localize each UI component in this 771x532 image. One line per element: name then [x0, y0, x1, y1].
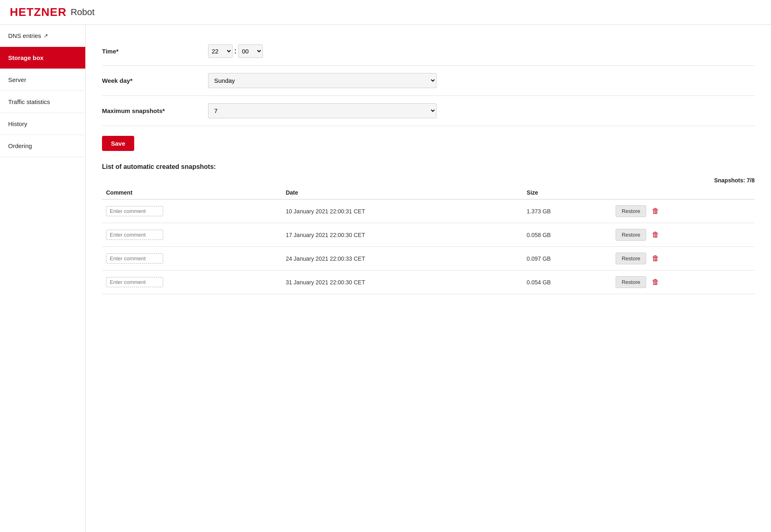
- size-cell: 0.054 GB: [523, 270, 611, 294]
- weekday-row: Week day* Sunday Monday Tuesday Wednesda…: [102, 66, 755, 96]
- max-snapshots-label: Maximum snapshots*: [102, 107, 208, 114]
- comment-input[interactable]: [106, 230, 163, 240]
- comment-input[interactable]: [106, 277, 163, 287]
- date-cell: 31 January 2021 22:00:30 CET: [281, 270, 523, 294]
- table-row: 31 January 2021 22:00:30 CET0.054 GBRest…: [102, 270, 755, 294]
- save-button[interactable]: Save: [102, 136, 134, 151]
- restore-button[interactable]: Restore: [616, 229, 647, 241]
- sidebar-item-ordering[interactable]: Ordering: [0, 135, 85, 157]
- time-hour-select[interactable]: 22: [208, 44, 233, 58]
- sidebar-item-label: History: [8, 120, 27, 127]
- delete-icon[interactable]: 🗑: [652, 207, 659, 215]
- sidebar-item-label: Storage box: [8, 54, 44, 61]
- delete-icon[interactable]: 🗑: [652, 231, 659, 239]
- actions-cell: Restore🗑: [611, 247, 755, 270]
- restore-button[interactable]: Restore: [616, 276, 647, 288]
- comment-input[interactable]: [106, 206, 163, 216]
- sidebar: DNS entries ↗ Storage box Server Traffic…: [0, 25, 86, 532]
- restore-button[interactable]: Restore: [616, 253, 647, 264]
- restore-button[interactable]: Restore: [616, 205, 647, 217]
- size-cell: 0.058 GB: [523, 223, 611, 247]
- comment-cell: [102, 200, 281, 223]
- time-row: Time* 22 : 00: [102, 37, 755, 66]
- col-actions: [611, 186, 755, 200]
- sidebar-item-label: Ordering: [8, 142, 32, 149]
- max-snapshots-select[interactable]: 7 1 2 3 4 5 6 8 9 10: [208, 103, 436, 118]
- table-row: 10 January 2021 22:00:31 CET1.373 GBRest…: [102, 200, 755, 223]
- snapshots-count: Snapshots: 7/8: [102, 177, 755, 184]
- size-cell: 1.373 GB: [523, 200, 611, 223]
- sidebar-item-server[interactable]: Server: [0, 69, 85, 91]
- logo-hetzner: HETZNER: [10, 6, 66, 19]
- sidebar-item-label: Server: [8, 76, 26, 83]
- weekday-label: Week day*: [102, 77, 208, 84]
- sidebar-item-dns-entries[interactable]: DNS entries ↗: [0, 25, 85, 47]
- time-select-group: 22 : 00: [208, 44, 263, 58]
- date-cell: 24 January 2021 22:00:33 CET: [281, 247, 523, 270]
- col-size: Size: [523, 186, 611, 200]
- comment-cell: [102, 223, 281, 247]
- time-colon: :: [234, 47, 237, 55]
- time-minute-select[interactable]: 00: [238, 44, 263, 58]
- delete-icon[interactable]: 🗑: [652, 254, 659, 263]
- logo-robot: Robot: [71, 7, 95, 18]
- col-date: Date: [281, 186, 523, 200]
- table-row: 17 January 2021 22:00:30 CET0.058 GBRest…: [102, 223, 755, 247]
- size-cell: 0.097 GB: [523, 247, 611, 270]
- header: HETZNER Robot: [0, 0, 771, 25]
- external-link-icon: ↗: [44, 33, 48, 39]
- snapshots-table: Comment Date Size 10 January 2021 22:00:…: [102, 186, 755, 294]
- date-cell: 10 January 2021 22:00:31 CET: [281, 200, 523, 223]
- snapshots-heading: List of automatic created snapshots:: [102, 163, 755, 171]
- sidebar-item-history[interactable]: History: [0, 113, 85, 135]
- comment-cell: [102, 247, 281, 270]
- sidebar-item-label: DNS entries: [8, 32, 41, 39]
- comment-input[interactable]: [106, 253, 163, 264]
- actions-cell: Restore🗑: [611, 223, 755, 247]
- page-layout: DNS entries ↗ Storage box Server Traffic…: [0, 25, 771, 532]
- date-cell: 17 January 2021 22:00:30 CET: [281, 223, 523, 247]
- col-comment: Comment: [102, 186, 281, 200]
- max-snapshots-row: Maximum snapshots* 7 1 2 3 4 5 6 8 9 10: [102, 96, 755, 126]
- weekday-select[interactable]: Sunday Monday Tuesday Wednesday Thursday…: [208, 73, 436, 88]
- sidebar-item-traffic-statistics[interactable]: Traffic statistics: [0, 91, 85, 113]
- delete-icon[interactable]: 🗑: [652, 278, 659, 286]
- time-label: Time*: [102, 48, 208, 55]
- actions-cell: Restore🗑: [611, 270, 755, 294]
- actions-cell: Restore🗑: [611, 200, 755, 223]
- sidebar-item-label: Traffic statistics: [8, 98, 50, 105]
- main-content: Time* 22 : 00 Week day* Sunday Monday Tu…: [86, 25, 771, 532]
- sidebar-item-storage-box[interactable]: Storage box: [0, 47, 85, 69]
- table-row: 24 January 2021 22:00:33 CET0.097 GBRest…: [102, 247, 755, 270]
- comment-cell: [102, 270, 281, 294]
